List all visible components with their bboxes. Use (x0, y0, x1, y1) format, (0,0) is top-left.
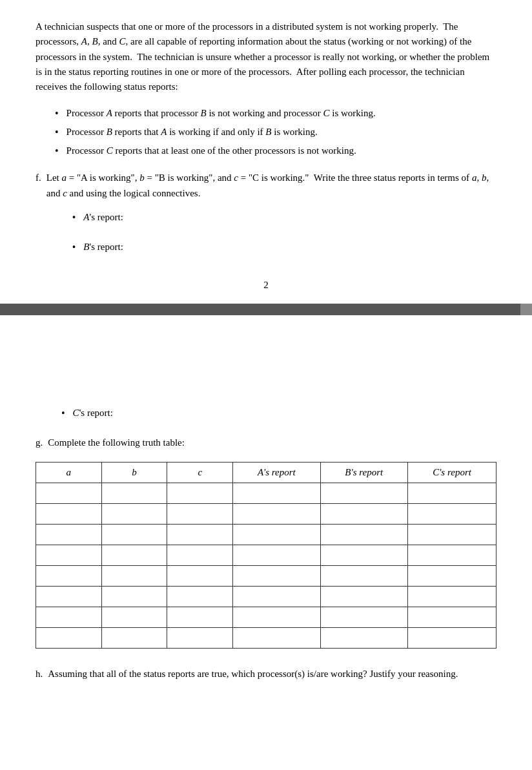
col-b-report: B's report (320, 463, 407, 483)
cell (320, 504, 407, 525)
cell (320, 628, 407, 649)
cell (320, 545, 407, 566)
table-row (36, 566, 496, 587)
f-a-label: A's report: (83, 210, 123, 225)
table-header-row: a b c A's report B's report C's report (36, 463, 496, 483)
col-c-report: C's report (408, 463, 496, 483)
table-row (36, 483, 496, 504)
f-b-label: B's report: (83, 240, 123, 255)
cell (36, 504, 102, 525)
cell (167, 545, 233, 566)
cell (408, 566, 496, 587)
question-h-text: Assuming that all of the status reports … (48, 667, 458, 682)
question-f-label: f. (36, 171, 41, 185)
page-number-text: 2 (263, 280, 269, 290)
cell (101, 566, 167, 587)
cell (167, 525, 233, 545)
page-number: 2 (36, 280, 496, 291)
table-row (36, 545, 496, 566)
report-item-c: Processor C reports that at least one of… (55, 143, 496, 159)
col-a: a (36, 463, 102, 483)
cell (36, 483, 102, 504)
question-g-text: Complete the following truth table: (48, 435, 185, 450)
cell (101, 483, 167, 504)
cell (233, 525, 320, 545)
truth-table: a b c A's report B's report C's report (36, 462, 496, 649)
col-b: b (101, 463, 167, 483)
question-g: g. Complete the following truth table: (36, 435, 496, 450)
cell (320, 483, 407, 504)
report-b-text: Processor B reports that A is working if… (66, 125, 318, 140)
page: A technician suspects that one or more o… (0, 0, 532, 770)
truth-table-container: a b c A's report B's report C's report (36, 462, 496, 649)
report-list: Processor A reports that processor B is … (55, 106, 496, 159)
col-c: c (167, 463, 233, 483)
report-c-text: Processor C reports that at least one of… (66, 143, 356, 158)
cell (408, 587, 496, 607)
cell (167, 628, 233, 649)
cell (36, 587, 102, 607)
question-h-label: h. (36, 667, 43, 682)
cell (36, 545, 102, 566)
f-c-report: C's report: (61, 406, 496, 421)
cell (233, 504, 320, 525)
cell (36, 566, 102, 587)
cell (36, 607, 102, 628)
table-row (36, 525, 496, 545)
cell (320, 607, 407, 628)
cell (408, 628, 496, 649)
cell (36, 628, 102, 649)
cell (36, 525, 102, 545)
cell (101, 607, 167, 628)
question-g-label: g. (36, 435, 43, 450)
report-a-text: Processor A reports that processor B is … (66, 106, 376, 121)
f-c-label: C's report: (73, 406, 113, 421)
question-f: f. Let a = "A is working", b = "B is wor… (36, 171, 496, 269)
cell (408, 525, 496, 545)
f-b-report: B's report: (72, 240, 496, 255)
question-h: h. Assuming that all of the status repor… (36, 667, 496, 682)
cell (101, 545, 167, 566)
spacer (36, 315, 496, 406)
table-row (36, 504, 496, 525)
cell (233, 545, 320, 566)
cell (320, 525, 407, 545)
table-row (36, 587, 496, 607)
cell (101, 587, 167, 607)
cell (408, 504, 496, 525)
cell (233, 483, 320, 504)
cell (233, 607, 320, 628)
cell (167, 587, 233, 607)
cell (167, 504, 233, 525)
cell (320, 587, 407, 607)
table-row (36, 607, 496, 628)
report-item-a: Processor A reports that processor B is … (55, 106, 496, 121)
cell (167, 607, 233, 628)
col-a-report: A's report (233, 463, 320, 483)
cell (408, 607, 496, 628)
table-body (36, 483, 496, 649)
f-c-sub-bullets: C's report: (61, 406, 496, 421)
intro-paragraph: A technician suspects that one or more o… (36, 19, 496, 94)
cell (167, 483, 233, 504)
f-sub-bullets: A's report: B's report: (72, 210, 496, 255)
cell (233, 587, 320, 607)
report-item-b: Processor B reports that A is working if… (55, 125, 496, 140)
table-row (36, 628, 496, 649)
page-divider (0, 304, 532, 315)
cell (101, 525, 167, 545)
cell (233, 628, 320, 649)
cell (101, 504, 167, 525)
cell (101, 628, 167, 649)
cell (408, 545, 496, 566)
f-a-report: A's report: (72, 210, 496, 225)
question-f-text: Let a = "A is working", b = "B is workin… (46, 171, 496, 269)
cell (167, 566, 233, 587)
cell (233, 566, 320, 587)
cell (320, 566, 407, 587)
cell (408, 483, 496, 504)
